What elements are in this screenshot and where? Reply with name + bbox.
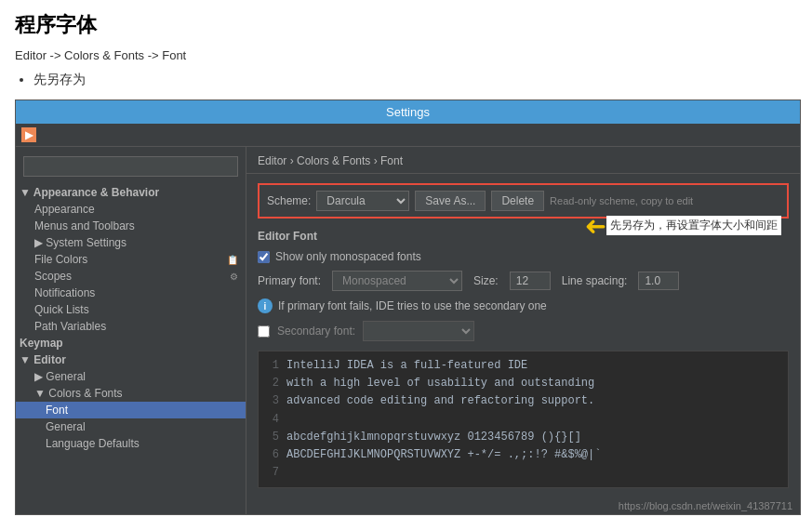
line-content: ABCDEFGHIJKLMNOPQRSTUVWXYZ +-*/= .,;:!? …	[286, 446, 601, 464]
primary-font-select[interactable]: Monospaced	[332, 271, 462, 291]
sidebar-item-menus-toolbars[interactable]: Menus and Toolbars	[16, 218, 246, 234]
sidebar-item-label: Scopes	[34, 270, 72, 283]
sidebar-item-font[interactable]: Font	[16, 402, 246, 418]
secondary-row: Secondary font:	[258, 321, 789, 341]
preview-line: 2with a high level of usability and outs…	[268, 375, 779, 392]
sidebar-item-label: Path Variables	[34, 320, 106, 333]
line-number: 1	[268, 357, 279, 375]
sidebar-item-label: Notifications	[34, 286, 95, 299]
sidebar-item-notifications[interactable]: Notifications	[16, 285, 246, 301]
yellow-arrow-icon: ➜	[585, 212, 606, 243]
secondary-font-select[interactable]	[363, 321, 474, 341]
sidebar-items-list: ▼ Appearance & BehaviorAppearanceMenus a…	[16, 184, 246, 452]
line-content: advanced code editing and refactoring su…	[286, 392, 594, 410]
sidebar-item-system-settings[interactable]: ▶ System Settings	[16, 234, 246, 251]
topbar-icon: ▶	[21, 127, 36, 142]
line-content: with a high level of usability and outst…	[286, 375, 594, 392]
page-breadcrumb: Editor -> Colors & Fonts -> Font	[15, 48, 797, 62]
annotation-text: 先另存为，再设置字体大小和间距	[606, 216, 781, 235]
line-number: 6	[268, 446, 279, 464]
sidebar-item-general2[interactable]: General	[16, 418, 246, 435]
primary-font-label: Primary font:	[258, 274, 321, 287]
panel-breadcrumb: Editor › Colors & Fonts › Font	[246, 147, 800, 174]
line-spacing-input[interactable]	[638, 272, 679, 290]
line-number: 7	[268, 464, 279, 482]
page-wrapper: 程序字体 Editor -> Colors & Fonts -> Font 先另…	[0, 0, 812, 517]
sidebar-item-language-defaults[interactable]: Language Defaults	[16, 435, 246, 452]
delete-button[interactable]: Delete	[491, 191, 544, 211]
sidebar-item-keymap[interactable]: Keymap	[16, 335, 246, 351]
monospaced-label: Show only monospaced fonts	[275, 250, 421, 263]
secondary-checkbox[interactable]	[258, 325, 270, 338]
sidebar-item-appearance-behavior[interactable]: ▼ Appearance & Behavior	[16, 184, 246, 201]
settings-dialog: Settings ▶ ▼ Appearance & BehaviorAppear…	[15, 99, 801, 515]
url-footer: https://blog.csdn.net/weixin_41387711	[246, 497, 800, 514]
sidebar-item-scopes[interactable]: Scopes⚙	[16, 268, 246, 285]
preview-line: 7	[268, 464, 779, 482]
font-settings-row: Primary font: Monospaced Size: Line spac…	[258, 271, 789, 291]
monospaced-checkbox[interactable]	[258, 251, 270, 263]
line-number: 5	[268, 429, 279, 446]
preview-line: 5abcdefghijklmnopqrstuvwxyz 0123456789 (…	[268, 429, 779, 446]
sidebar-item-appearance[interactable]: Appearance	[16, 201, 246, 218]
sidebar-item-label: Language Defaults	[46, 437, 140, 450]
preview-line: 4	[268, 411, 779, 429]
secondary-font-label: Secondary font:	[277, 325, 355, 338]
sidebar-item-quick-lists[interactable]: Quick Lists	[16, 301, 246, 318]
info-text: If primary font fails, IDE tries to use …	[278, 299, 547, 312]
sidebar-item-label: General	[46, 420, 86, 433]
scheme-label: Scheme:	[267, 194, 311, 207]
bullet-list: 先另存为	[33, 72, 797, 88]
sidebar: ▼ Appearance & BehaviorAppearanceMenus a…	[16, 147, 246, 514]
sidebar-item-colors-fonts[interactable]: ▼ Colors & Fonts	[16, 385, 246, 402]
sidebar-item-file-colors[interactable]: File Colors📋	[16, 251, 246, 268]
scheme-row: Scheme: Darcula Save As... Delete Read-o…	[258, 183, 789, 219]
readonly-hint: Read-only scheme, copy to edit	[550, 195, 693, 206]
monospaced-row: Show only monospaced fonts	[258, 250, 789, 263]
preview-line: 3advanced code editing and refactoring s…	[268, 392, 779, 410]
panel-content: Scheme: Darcula Save As... Delete Read-o…	[246, 174, 800, 497]
save-as-button[interactable]: Save As...	[415, 191, 486, 211]
line-content: IntelliJ IDEA is a full-featured IDE	[286, 357, 527, 375]
settings-title: Settings	[386, 105, 430, 119]
sidebar-item-label: File Colors	[34, 253, 87, 266]
settings-titlebar: Settings	[16, 100, 800, 124]
right-panel: Editor › Colors & Fonts › Font Scheme: D…	[246, 147, 800, 514]
line-content: abcdefghijklmnopqrstuvwxyz 0123456789 ()…	[286, 429, 581, 446]
sidebar-item-label: Font	[46, 404, 68, 417]
sidebar-item-label: ▶ General	[34, 370, 86, 383]
arrow-annotation: ➜ 先另存为，再设置字体大小和间距	[585, 216, 781, 243]
sidebar-search-container	[23, 156, 238, 177]
settings-body: ▼ Appearance & BehaviorAppearanceMenus a…	[16, 147, 800, 514]
sidebar-item-path-variables[interactable]: Path Variables	[16, 318, 246, 335]
scheme-select[interactable]: Darcula	[316, 191, 409, 211]
sidebar-item-general[interactable]: ▶ General	[16, 368, 246, 385]
sidebar-item-label: Keymap	[20, 337, 63, 350]
sidebar-item-label: Menus and Toolbars	[34, 219, 135, 232]
size-input[interactable]	[510, 272, 551, 290]
sidebar-item-label: ▼ Appearance & Behavior	[20, 186, 159, 199]
size-label: Size:	[473, 274, 499, 287]
sidebar-item-label: ▼ Editor	[20, 353, 66, 366]
page-title: 程序字体	[15, 11, 797, 39]
sidebar-item-label: Quick Lists	[34, 303, 89, 316]
search-input[interactable]	[23, 156, 238, 177]
dialog-topbar: ▶	[16, 124, 800, 147]
sidebar-item-label: ▶ System Settings	[34, 236, 126, 249]
bullet-item: 先另存为	[33, 72, 797, 88]
preview-line: 6ABCDEFGHIJKLMNOPQRSTUVWXYZ +-*/= .,;:!?…	[268, 446, 779, 464]
line-number: 4	[268, 411, 279, 429]
info-icon: i	[258, 298, 273, 313]
line-number: 2	[268, 375, 279, 392]
line-spacing-label: Line spacing:	[562, 274, 628, 287]
preview-line: 1IntelliJ IDEA is a full-featured IDE	[268, 357, 779, 375]
sidebar-item-label: Appearance	[34, 203, 95, 216]
preview-area: 1IntelliJ IDEA is a full-featured IDE2wi…	[258, 351, 789, 488]
sidebar-item-label: ▼ Colors & Fonts	[34, 387, 123, 400]
sidebar-item-editor[interactable]: ▼ Editor	[16, 351, 246, 368]
info-row: i If primary font fails, IDE tries to us…	[258, 298, 789, 313]
line-number: 3	[268, 392, 279, 410]
